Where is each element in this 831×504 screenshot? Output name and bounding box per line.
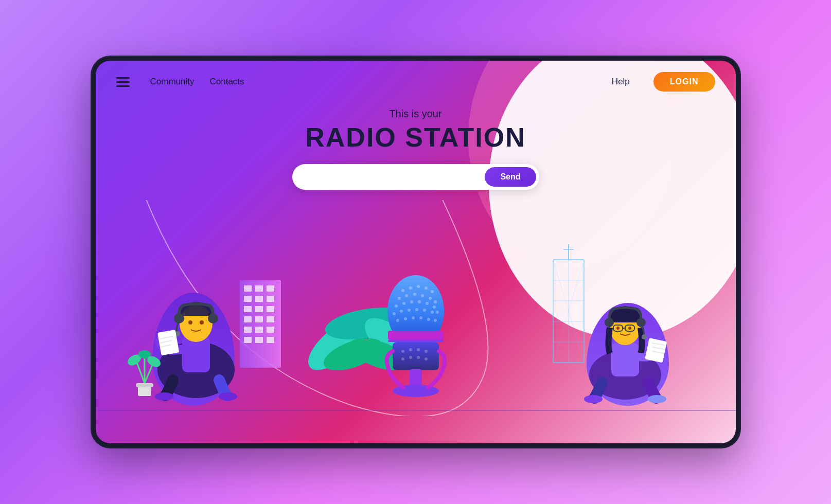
svg-point-70 [412,316,415,319]
search-bar-container: Send [96,164,736,190]
person-left [147,257,250,401]
svg-point-68 [396,319,399,322]
hamburger-menu-icon[interactable] [116,77,130,87]
svg-rect-21 [267,316,274,322]
svg-rect-23 [255,327,263,333]
login-button[interactable]: LOGIN [653,72,715,92]
svg-point-55 [395,304,398,308]
nav-help[interactable]: Help [612,77,630,87]
search-bar: Send [292,164,539,190]
svg-rect-12 [267,285,274,292]
svg-point-61 [436,311,439,314]
svg-rect-75 [388,340,444,342]
svg-point-69 [404,317,407,320]
svg-point-82 [409,356,412,359]
svg-point-46 [417,285,420,288]
svg-rect-105 [611,343,639,376]
search-input[interactable] [303,172,485,182]
svg-rect-27 [267,337,274,343]
svg-point-111 [628,327,631,330]
svg-point-58 [418,300,421,303]
hero-title: RADIO STATION [96,122,736,153]
svg-point-67 [431,311,434,314]
svg-point-45 [409,286,412,290]
svg-rect-85 [410,369,422,387]
svg-rect-20 [255,316,263,322]
svg-point-112 [605,318,614,327]
svg-point-62 [393,312,396,315]
svg-rect-74 [388,331,444,340]
svg-rect-76 [393,342,439,370]
svg-point-57 [410,300,413,303]
microphone [375,275,457,411]
device-frame: Community Contacts Help LOGIN This is yo… [92,57,740,447]
svg-point-72 [427,318,430,321]
svg-point-60 [433,305,436,309]
svg-point-79 [417,348,420,351]
svg-point-63 [400,310,403,313]
svg-point-73 [434,319,437,322]
svg-point-44 [401,289,404,292]
svg-point-110 [616,327,620,330]
svg-point-50 [405,294,408,297]
person-right [571,267,674,401]
svg-point-94 [200,320,204,325]
svg-point-66 [423,309,426,312]
nav-contacts[interactable]: Contacts [209,77,244,87]
svg-point-49 [398,297,401,300]
send-button[interactable]: Send [485,167,536,187]
svg-point-52 [421,294,424,297]
svg-point-59 [426,302,429,305]
svg-point-53 [429,297,432,300]
svg-rect-26 [255,337,263,343]
hero-section: This is your RADIO STATION [96,108,736,153]
svg-rect-115 [645,338,667,363]
svg-point-51 [413,293,416,296]
svg-point-103 [584,395,603,403]
hero-subtitle: This is your [96,108,736,120]
svg-rect-14 [255,296,263,302]
svg-point-83 [417,356,420,359]
nav-community[interactable]: Community [150,77,195,87]
svg-rect-24 [267,327,274,333]
svg-line-4 [145,365,152,383]
svg-point-90 [219,392,237,401]
svg-point-78 [409,348,412,351]
svg-point-71 [419,316,422,319]
illustration-area [96,200,736,416]
svg-point-77 [401,350,404,353]
svg-point-96 [208,313,218,323]
svg-point-54 [434,300,437,303]
svg-rect-11 [255,285,263,292]
svg-point-56 [402,302,405,305]
svg-rect-18 [267,306,274,312]
svg-point-48 [431,290,434,293]
device-screen: Community Contacts Help LOGIN This is yo… [96,61,736,443]
svg-line-2 [137,363,145,383]
svg-point-104 [648,395,666,403]
svg-point-93 [188,320,192,325]
svg-point-84 [425,357,428,361]
svg-rect-1 [136,383,153,387]
svg-rect-15 [267,296,274,302]
svg-point-80 [425,350,428,353]
svg-point-64 [408,309,411,312]
svg-point-47 [425,286,428,290]
svg-point-114 [642,334,647,339]
navbar: Community Contacts Help LOGIN [96,61,736,103]
plant-pot [127,347,163,406]
svg-point-65 [415,308,418,311]
svg-point-81 [401,357,404,361]
svg-rect-17 [255,306,263,312]
